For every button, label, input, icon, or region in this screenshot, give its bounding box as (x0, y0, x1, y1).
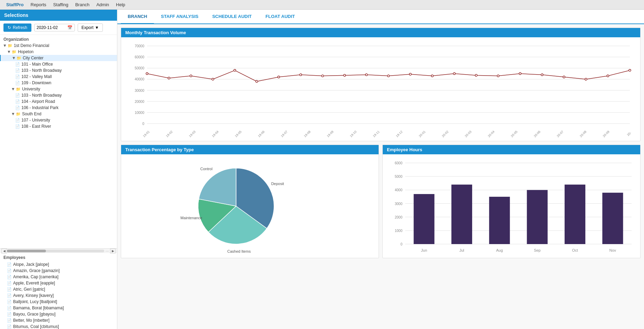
svg-text:10000: 10000 (135, 111, 144, 115)
tree-item-label: 109 - Downtown (21, 80, 51, 85)
svg-text:19-01: 19-01 (142, 130, 150, 137)
tree-item[interactable]: ▼📁University (0, 86, 117, 92)
svg-point-41 (212, 78, 214, 80)
nav-item-staffing[interactable]: Staffing (50, 1, 72, 9)
sidebar: Selections ↻ Refresh 📅 Export ▼ Organiza… (0, 10, 117, 329)
tree-item-label: 107 - University (21, 118, 50, 123)
svg-rect-87 (565, 185, 585, 244)
svg-text:19-11: 19-11 (372, 130, 380, 137)
file-icon: 📄 (15, 99, 20, 104)
sidebar-header: Selections (0, 10, 117, 21)
svg-rect-85 (527, 190, 548, 244)
employee-name: Apple, Everett [eapple] (13, 281, 55, 286)
svg-rect-81 (451, 185, 472, 244)
folder-icon: 📁 (8, 43, 12, 48)
pie-chart-svg: DepositCashed ItemsMaintenanceControl (164, 158, 336, 254)
nav-item-reports[interactable]: Reports (27, 1, 50, 9)
refresh-button[interactable]: ↻ Refresh (3, 23, 31, 32)
employee-name: Bitumus, Coal [cbitumus] (13, 324, 59, 329)
employee-list-item[interactable]: 📄Amazin, Grace [gamazin] (0, 268, 117, 274)
tab-staff-analysis[interactable]: STAFF ANALYSIS (154, 10, 205, 24)
svg-text:20-08: 20-08 (579, 130, 587, 137)
scroll-left-button[interactable]: ◀ (1, 249, 7, 253)
employee-list-item[interactable]: 📄Avery, Kinsey [kavery] (0, 292, 117, 299)
svg-text:70000: 70000 (135, 44, 144, 48)
svg-text:19-06: 19-06 (257, 130, 265, 137)
file-icon: 📄 (15, 62, 20, 66)
employee-list-item[interactable]: 📄Alope, Jack [jalope] (0, 261, 117, 268)
svg-point-53 (475, 74, 477, 76)
tab-bar: BRANCHSTAFF ANALYSISSCHEDULE AUDITFLOAT … (117, 10, 644, 24)
scroll-track[interactable] (7, 250, 104, 252)
expand-icon: ▼ (12, 56, 16, 60)
employee-list-item[interactable]: 📄Balljoint, Lucy [lballjoint] (0, 299, 117, 305)
employee-list-item[interactable]: 📄Bayou, Grace [gbayou] (0, 311, 117, 317)
svg-text:40000: 40000 (135, 77, 144, 81)
tree-item[interactable]: 📄108 - East River (0, 123, 117, 129)
employee-name: Alope, Jack [jalope] (13, 262, 49, 267)
folder-icon: 📁 (12, 50, 17, 54)
charts-area: Monthly Transaction Volume 0100002000030… (117, 24, 644, 329)
tree-item[interactable]: 📄106 - Industrial Park (0, 105, 117, 111)
tree-item[interactable]: 📄101 - Main Office (0, 61, 117, 67)
date-wrapper[interactable]: 📅 (34, 24, 75, 31)
tree-item[interactable]: 📄107 - University (0, 117, 117, 123)
tree-item[interactable]: ▼📁1st Demo Financial (0, 42, 117, 49)
tree-item[interactable]: 📄102 - Valley Mall (0, 74, 117, 80)
employee-list-item[interactable]: 📄Better, Mo [mbetter] (0, 317, 117, 323)
tree-item[interactable]: ▼📁Hopeton (0, 49, 117, 55)
tree-item-label: 104 - Airport Road (21, 99, 55, 104)
scroll-right-button[interactable]: ▶ (110, 249, 116, 253)
nav-item-branch[interactable]: Branch (72, 1, 93, 9)
svg-rect-89 (602, 193, 623, 244)
nav-item-help[interactable]: Help (113, 1, 129, 9)
tree-item[interactable]: 📄104 - Airport Road (0, 98, 117, 105)
tree-item-label: City Center (23, 56, 43, 60)
svg-text:Jun: Jun (421, 248, 427, 252)
refresh-label: Refresh (13, 25, 27, 30)
tree-item[interactable]: 📄103 - North Broadway (0, 92, 117, 98)
horizontal-scroll-area[interactable]: ◀ ··· ▶ (0, 248, 117, 253)
svg-point-50 (409, 73, 411, 75)
employees-label: Employees (0, 253, 117, 261)
folder-icon: 📁 (16, 112, 21, 116)
tree-item-label: 103 - North Broadway (21, 68, 62, 73)
nav-item-admin[interactable]: Admin (93, 1, 113, 9)
svg-point-51 (431, 75, 433, 77)
calendar-icon[interactable]: 📅 (67, 25, 72, 30)
svg-point-59 (607, 75, 609, 77)
scroll-thumb[interactable] (7, 250, 46, 252)
employee-list-item[interactable]: 📄Amerika, Cap [camerika] (0, 274, 117, 280)
employee-list-item[interactable]: 📄Bitumus, Coal [cbitumus] (0, 323, 117, 329)
svg-rect-83 (489, 197, 510, 244)
tree-item-label: 106 - Industrial Park (21, 105, 58, 110)
employee-list-item[interactable]: 📄Atric, Geri [gatric] (0, 286, 117, 292)
tab-branch[interactable]: BRANCH (121, 10, 154, 24)
monthly-chart-body: 01000020000300004000050000600007000019-0… (121, 37, 640, 141)
employee-list-item[interactable]: 📄Apple, Everett [eapple] (0, 280, 117, 286)
svg-text:Oct: Oct (572, 248, 578, 252)
expand-icon: ▼ (11, 87, 15, 91)
bar-chart-title: Employee Hours (383, 145, 640, 154)
tree-item[interactable]: 📄103 - North Broadway (0, 67, 117, 74)
svg-point-55 (519, 72, 521, 75)
tab-float-audit[interactable]: FLOAT AUDIT (258, 10, 302, 24)
tree-item[interactable]: 📄109 - Downtown (0, 80, 117, 86)
svg-text:Deposit: Deposit (271, 182, 284, 186)
tab-schedule-audit[interactable]: SCHEDULE AUDIT (205, 10, 258, 24)
svg-text:20000: 20000 (135, 100, 144, 104)
employees-section: Employees 📄Alope, Jack [jalope]📄Amazin, … (0, 253, 117, 329)
tree-item[interactable]: ▼📁City Center (0, 55, 117, 61)
tree-item[interactable]: ▼📁South End (0, 111, 117, 117)
employee-icon: 📄 (7, 293, 12, 298)
employee-name: Atric, Geri [gatric] (13, 287, 45, 292)
export-button[interactable]: Export ▼ (78, 23, 103, 32)
scroll-dots: ··· (104, 249, 110, 253)
tree-item-label: 1st Demo Financial (14, 43, 49, 48)
sidebar-toolbar: ↻ Refresh 📅 Export ▼ (0, 21, 117, 35)
employees-list[interactable]: 📄Alope, Jack [jalope]📄Amazin, Grace [gam… (0, 261, 117, 329)
employee-list-item[interactable]: 📄Bamama, Borat [bbamama] (0, 305, 117, 311)
svg-point-49 (388, 75, 390, 77)
svg-point-52 (453, 72, 455, 75)
date-input[interactable] (37, 25, 66, 30)
